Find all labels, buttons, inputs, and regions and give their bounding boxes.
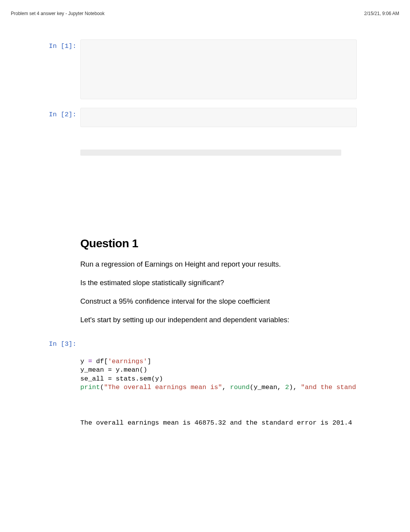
code-token: ] [147,358,151,365]
cell-prompt-3: In [3]: [38,337,80,348]
cell-prompt-2: In [2]: [38,108,80,118]
cell-input-1[interactable] [80,39,357,99]
question-p3: Construct a 95% confidence interval for … [80,296,357,306]
question-title: Question 1 [80,237,357,250]
code-token: 2 [285,384,289,391]
code-token: , [222,384,230,391]
code-token: = [88,358,92,365]
code-cell-1: In [1]: [38,39,357,99]
code-token: (y_mean, [250,384,285,391]
cell-output-3: . The overall earnings mean is 46875.32 … [38,415,357,427]
doc-title: Problem set 4 answer key - Jupyter Noteb… [11,11,105,16]
question-p1: Run a regression of Earnings on Height a… [80,259,357,269]
cell-output-text-3: The overall earnings mean is 46875.32 an… [80,415,352,427]
question-p2: Is the estimated slope statistically sig… [80,278,357,288]
code-token: round [230,384,250,391]
cell-input-2[interactable] [80,108,357,127]
cell-input-3[interactable]: y = df['earnings'] y_mean = y.mean() se_… [80,337,357,412]
code-token: y [80,358,88,365]
code-token: se_all = stats.sem(y) [80,375,163,382]
code-token: 'earnings' [108,358,147,365]
code-token: ), [289,384,301,391]
code-token: df[ [92,358,108,365]
doc-timestamp: 2/15/21, 9:06 AM [364,11,399,16]
code-cell-2: In [2]: [38,108,357,127]
question-p4: Let's start by setting up our independen… [80,315,357,325]
code-token: y_mean = y.mean() [80,366,147,374]
code-token: "The overall earnings mean is" [104,384,222,391]
cell-prompt-1: In [1]: [38,39,80,50]
code-token: "and the stand [301,384,356,391]
code-cell-3: In [3]: y = df['earnings'] y_mean = y.me… [38,337,357,412]
redacted-row [80,150,341,156]
code-token: ( [100,384,104,391]
code-token: print [80,384,100,391]
